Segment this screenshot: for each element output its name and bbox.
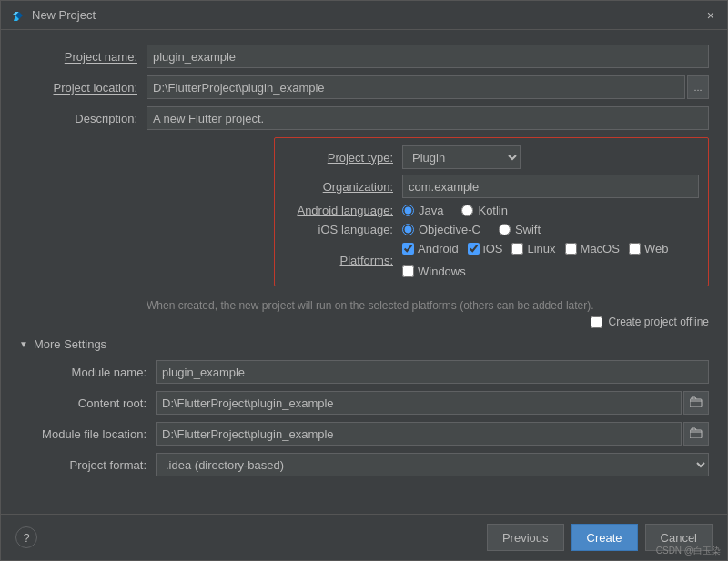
platform-macos-option[interactable]: MacOS xyxy=(565,242,620,255)
content-root-label: Content root: xyxy=(28,396,156,410)
ios-swift-option[interactable]: Swift xyxy=(499,223,541,236)
platform-ios-checkbox[interactable] xyxy=(468,243,480,255)
module-file-location-row: Module file location: xyxy=(28,422,709,446)
dialog-title: New Project xyxy=(32,8,96,22)
module-file-location-input[interactable] xyxy=(156,422,682,446)
help-button[interactable]: ? xyxy=(15,526,37,548)
module-file-location-label: Module file location: xyxy=(28,427,156,441)
create-offline-row: Create project offline xyxy=(19,316,709,328)
android-kotlin-label: Kotlin xyxy=(478,204,508,217)
project-location-label: Project location: xyxy=(19,81,147,95)
ios-swift-radio[interactable] xyxy=(499,224,511,235)
more-settings-section: ▼ More Settings Module name: Content roo… xyxy=(19,337,709,476)
more-settings-content: Module name: Content root: xyxy=(19,360,709,476)
project-format-row: Project format: .idea (directory-based) … xyxy=(28,453,709,476)
module-file-location-input-group xyxy=(156,422,709,446)
ios-language-group: Objective-C Swift xyxy=(402,223,541,236)
project-format-select[interactable]: .idea (directory-based) .iml (file-based… xyxy=(156,453,709,476)
platform-linux-label: Linux xyxy=(527,242,555,255)
project-location-input[interactable] xyxy=(147,75,685,99)
svg-rect-4 xyxy=(690,430,702,438)
android-java-label: Java xyxy=(419,204,443,217)
module-name-label: Module name: xyxy=(28,366,156,379)
description-row: Description: xyxy=(19,106,709,130)
platform-android-label: Android xyxy=(418,242,459,255)
project-type-label: Project type: xyxy=(284,151,402,165)
android-java-radio[interactable] xyxy=(402,205,414,216)
platform-ios-label: iOS xyxy=(483,242,503,255)
create-offline-label: Create project offline xyxy=(608,316,709,328)
module-name-row: Module name: xyxy=(28,360,709,384)
project-type-select[interactable]: Application Plugin Package Module xyxy=(402,145,521,169)
platforms-info: When created, the new project will run o… xyxy=(147,299,709,312)
platform-windows-checkbox[interactable] xyxy=(402,265,414,277)
android-language-row: Android language: Java Kotlin xyxy=(284,204,699,217)
ios-objc-label: Objective-C xyxy=(419,223,480,236)
platform-linux-checkbox[interactable] xyxy=(511,243,523,255)
more-settings-header[interactable]: ▼ More Settings xyxy=(19,337,709,351)
project-type-row: Project type: Application Plugin Package… xyxy=(284,145,699,169)
platform-macos-label: MacOS xyxy=(581,242,620,255)
platform-android-checkbox[interactable] xyxy=(402,243,414,255)
new-project-dialog: New Project × Project name: Project loca… xyxy=(0,0,728,561)
create-offline-checkbox[interactable] xyxy=(591,316,602,328)
content-root-row: Content root: xyxy=(28,391,709,415)
project-location-browse-button[interactable]: ... xyxy=(687,75,709,99)
android-language-label: Android language: xyxy=(284,204,402,217)
platform-ios-option[interactable]: iOS xyxy=(468,242,503,255)
previous-button[interactable]: Previous xyxy=(487,524,564,551)
plugin-section-spacer xyxy=(19,137,147,292)
plugin-section-wrapper: Project type: Application Plugin Package… xyxy=(19,137,709,292)
title-bar-left: New Project xyxy=(10,8,96,23)
platform-android-option[interactable]: Android xyxy=(402,242,459,255)
content-root-input[interactable] xyxy=(156,391,682,415)
platform-windows-label: Windows xyxy=(418,265,466,278)
organization-row: Organization: xyxy=(284,175,699,198)
platform-macos-checkbox[interactable] xyxy=(565,243,577,255)
project-format-label: Project format: xyxy=(28,458,156,472)
content-root-browse-button[interactable] xyxy=(683,391,709,415)
dialog-footer: ? Previous Create Cancel xyxy=(1,514,727,560)
description-input[interactable] xyxy=(147,106,709,130)
close-button[interactable]: × xyxy=(703,7,718,24)
ios-language-row: iOS language: Objective-C Swift xyxy=(284,223,699,236)
platforms-label: Platforms: xyxy=(284,254,402,267)
dialog-content: Project name: Project location: ... Desc… xyxy=(1,30,727,514)
ios-swift-label: Swift xyxy=(515,223,541,236)
flutter-icon xyxy=(10,8,25,23)
android-kotlin-radio[interactable] xyxy=(461,205,473,216)
platform-linux-option[interactable]: Linux xyxy=(511,242,555,255)
svg-rect-3 xyxy=(690,399,702,407)
plugin-section: Project type: Application Plugin Package… xyxy=(274,137,709,286)
organization-label: Organization: xyxy=(284,180,402,194)
module-file-location-browse-button[interactable] xyxy=(683,422,709,446)
project-name-input[interactable] xyxy=(147,45,709,68)
platform-web-option[interactable]: Web xyxy=(629,242,669,255)
organization-input[interactable] xyxy=(402,175,699,198)
module-name-input[interactable] xyxy=(156,360,709,384)
footer-left: ? xyxy=(15,526,37,548)
platform-web-label: Web xyxy=(644,242,669,255)
android-language-group: Java Kotlin xyxy=(402,204,508,217)
project-name-label: Project name: xyxy=(19,50,147,64)
platform-windows-option[interactable]: Windows xyxy=(402,265,466,278)
project-name-row: Project name: xyxy=(19,45,709,68)
ios-objc-radio[interactable] xyxy=(402,224,414,235)
ios-objc-option[interactable]: Objective-C xyxy=(402,223,480,236)
android-kotlin-option[interactable]: Kotlin xyxy=(461,204,508,217)
project-location-input-group: ... xyxy=(147,75,709,99)
ios-language-label: iOS language: xyxy=(284,223,402,236)
footer-right: Previous Create Cancel xyxy=(487,524,713,551)
android-java-option[interactable]: Java xyxy=(402,204,443,217)
title-bar: New Project × xyxy=(1,1,727,30)
project-format-select-group: .idea (directory-based) .iml (file-based… xyxy=(156,453,709,476)
description-label: Description: xyxy=(19,112,147,125)
cancel-button[interactable]: Cancel xyxy=(645,524,713,551)
platform-web-checkbox[interactable] xyxy=(629,243,641,255)
platforms-group: Android iOS Linux MacOS xyxy=(402,242,699,278)
create-button[interactable]: Create xyxy=(571,524,638,551)
content-root-input-group xyxy=(156,391,709,415)
platforms-row: Platforms: Android iOS Linux xyxy=(284,242,699,278)
expand-icon: ▼ xyxy=(19,339,28,349)
more-settings-title: More Settings xyxy=(34,337,106,351)
